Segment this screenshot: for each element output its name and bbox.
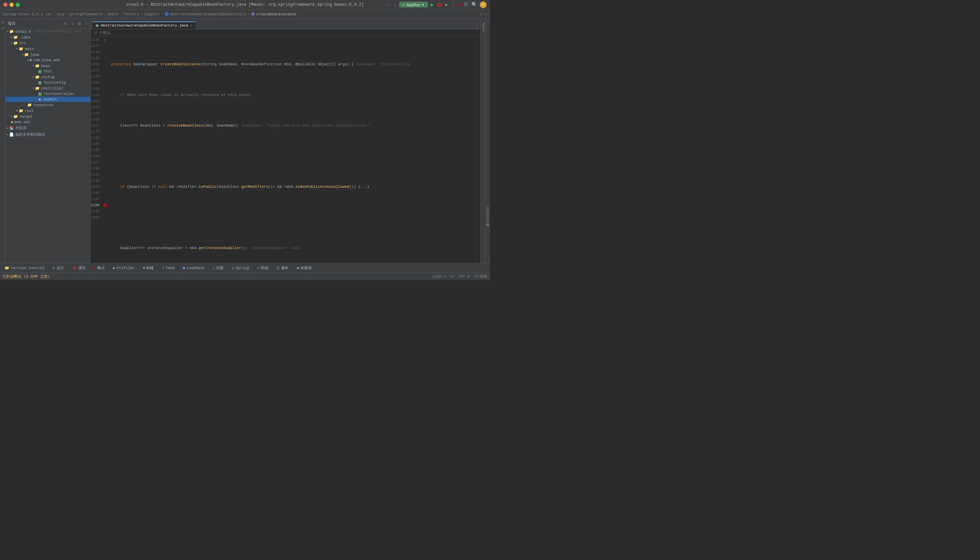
nav-forward-icon[interactable]: → <box>393 2 396 7</box>
tree-item-bean[interactable]: ▼ 📁 bean <box>5 63 90 69</box>
breadcrumb-jar[interactable]: spring-beans-6.0.2.jar <box>3 12 52 16</box>
problem-btn[interactable]: ⚠ 问题 <box>211 265 226 271</box>
avatar[interactable]: A <box>480 2 487 8</box>
breadcrumb-org[interactable]: org <box>57 12 64 16</box>
debug-icon[interactable]: 🐞 <box>437 2 442 7</box>
gutter-1155 <box>102 73 108 80</box>
run-config-icon: ▶ <box>403 2 405 7</box>
gutter-1160 <box>102 92 108 98</box>
tree-item-resources[interactable]: 📁 resources <box>5 102 90 108</box>
code-lines: protected BeanWrapper createBeanInstance… <box>108 37 476 263</box>
breakpoint-btn[interactable]: ■ 断点 <box>92 265 107 271</box>
folder-icon: 📁 <box>13 41 18 45</box>
minimize-button[interactable] <box>10 3 13 7</box>
build-btn[interactable]: ▼ 构建 <box>141 265 156 271</box>
nav-back-icon[interactable]: ← <box>388 2 391 7</box>
tree-item-test[interactable]: C Test <box>5 69 90 74</box>
gutter-1146: ▸ <box>102 37 108 43</box>
tree-item-apprun[interactable]: ▶ AppRun <box>5 97 90 102</box>
maximize-button[interactable] <box>16 3 20 7</box>
ln-1153: 1153 <box>90 61 102 67</box>
profiler-btn[interactable]: ▶ Profiler <box>111 265 137 271</box>
debug-btn[interactable]: 🐞 调试 <box>70 265 88 271</box>
tab-main-file[interactable]: C AbstractAutowireCapableBeanFactory.jav… <box>92 22 196 29</box>
code-line-1146: protected BeanWrapper createBeanInstance… <box>111 61 473 67</box>
bottom-toolbar: 📂 Version Control ▶ 运行 🐞 调试 ■ 断点 ▶ Profi… <box>0 263 490 273</box>
tree-label: main <box>25 47 34 51</box>
problem-label: 问题 <box>216 265 223 270</box>
sidebar-title: 项目 <box>7 21 62 27</box>
tree-item-idea[interactable]: ► 📁 .idea <box>5 34 90 40</box>
status-encoding: UTF-8 <box>458 275 470 278</box>
gutter: ▸ <box>102 37 108 263</box>
gutter-1198-bp[interactable] <box>102 202 108 208</box>
translate-icon[interactable]: 即 <box>464 2 468 8</box>
project-icon[interactable]: ☰ <box>1 20 4 25</box>
close-button[interactable] <box>3 3 7 7</box>
tab-label: AbstractAutowireCapableBeanFactory.java <box>101 23 188 28</box>
breadcrumb-method[interactable]: createBeanInstance <box>256 12 297 16</box>
tree-item-testcontroller[interactable]: C TestController <box>5 91 90 97</box>
ln-1147: 1147 <box>90 43 102 49</box>
breadcrumb-springframework[interactable]: springframework <box>69 12 102 16</box>
terminal-btn[interactable]: > 终端 <box>255 265 270 271</box>
breadcrumb-class[interactable]: AbstractAutowireCapableBeanFactory <box>170 12 246 16</box>
run-icon[interactable]: ▶ <box>431 2 434 8</box>
gutter-1166 <box>102 117 108 122</box>
breadcrumb-factory[interactable]: factory <box>124 12 140 16</box>
sidebar-sync-btn[interactable]: ↻ <box>63 21 68 27</box>
ln-1200: 1200 <box>90 214 102 220</box>
services-btn[interactable]: ☷ 服务 <box>274 265 291 271</box>
expand-icon[interactable]: ↩ <box>480 12 482 17</box>
tree-item-controller[interactable]: ▼ 📁 controller <box>5 85 90 91</box>
run-btn[interactable]: ▶ 运行 <box>51 265 66 271</box>
tab-bar: C AbstractAutowireCapableBeanFactory.jav… <box>90 19 480 29</box>
code-editor[interactable]: 1146 1147 1148 1149 1153 1154 1155 1156 … <box>90 37 480 263</box>
ln-1159: 1159 <box>90 86 102 92</box>
bookmarks-tab[interactable]: Bookmarks <box>486 205 490 222</box>
tree-item-package[interactable]: ▼ ■ com.ossa.web <box>5 57 90 63</box>
tree-item-ossa[interactable]: ▼ 📁 ossa3.0 ~/java/java/seckill-redi <box>5 28 90 34</box>
breakpoint-indicator <box>103 203 107 207</box>
breadcrumb-support[interactable]: support <box>144 12 160 16</box>
folder-icon: 📁 <box>19 47 23 51</box>
tree-item-config[interactable]: ▼ 📁 config <box>5 74 90 80</box>
coverage-icon[interactable]: ▶ <box>445 2 448 7</box>
tree-item-java[interactable]: ▼ 📁 java <box>5 52 90 57</box>
tree-item-testdir[interactable]: ► 📁 test <box>5 108 90 113</box>
spring-btn[interactable]: ☯ Spring <box>230 265 251 271</box>
tab-more-icon[interactable]: ⋮ <box>475 24 479 29</box>
editor-area: C AbstractAutowireCapableBeanFactory.jav… <box>90 19 480 263</box>
java-file-icon: C <box>38 81 42 85</box>
breadcrumb-beans[interactable]: beans <box>108 12 119 16</box>
run-config-button[interactable]: ▶ AppRun ▼ <box>399 2 428 7</box>
folder-icon: 📁 <box>35 75 40 79</box>
stop-icon[interactable]: ■ <box>458 2 461 7</box>
structure-icon[interactable]: ☷ <box>1 27 4 31</box>
sidebar-close-btn[interactable]: − <box>84 21 88 27</box>
tree-item-src[interactable]: ▼ 📁 src <box>5 40 90 46</box>
tab-close-icon[interactable]: × <box>190 24 192 28</box>
tree-item-temp[interactable]: ► 📄 临时文件和控制台 <box>5 131 90 138</box>
version-control-btn[interactable]: 📂 Version Control <box>3 265 47 271</box>
todo-btn[interactable]: = TODO <box>160 265 177 271</box>
tree-label: controller <box>41 87 63 90</box>
ln-1175: 1175 <box>90 128 102 135</box>
ruler-inner <box>476 37 480 263</box>
tree-item-testconfig[interactable]: C TestConfig <box>5 80 90 85</box>
sidebar-collapse-btn[interactable]: ⇧ <box>70 21 75 27</box>
luacheck-btn[interactable]: ■ LuaCheck <box>181 265 206 271</box>
tree-item-main[interactable]: ▼ 📁 main <box>5 46 90 52</box>
sidebar-settings-btn[interactable]: ⚙ <box>77 21 82 27</box>
tree-item-target[interactable]: ► 📁 target <box>5 113 90 119</box>
more-run-icon[interactable]: ⋮ <box>451 2 456 7</box>
search-icon[interactable]: 🔍 <box>471 2 477 7</box>
folder-icon: 📁 <box>35 86 40 90</box>
window-title: ossa3.0 – AbstractAutowireCapableBeanFac… <box>126 2 364 7</box>
tree-item-extlib[interactable]: ► 📚 外部库 <box>5 125 90 131</box>
status-indent: 4个空格 <box>474 274 487 279</box>
deps-btn[interactable]: ◆ 依赖项 <box>295 265 314 271</box>
check-icon[interactable]: ✓ <box>485 12 487 17</box>
tree-item-pom[interactable]: ■ pom.xml <box>5 119 90 125</box>
maven-side-tab[interactable]: Maven <box>480 19 485 263</box>
